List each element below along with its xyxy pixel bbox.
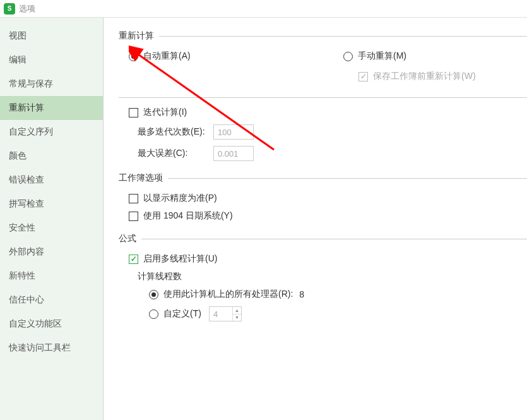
divider: [141, 239, 527, 239]
spinner-up-icon[interactable]: ▲: [232, 307, 241, 315]
sidebar-item-12[interactable]: 自定义功能区: [0, 312, 103, 336]
input-max-iterations[interactable]: [213, 124, 254, 140]
checkbox-icon: [129, 255, 138, 264]
app-logo-icon: S: [4, 3, 15, 15]
sidebar-item-0[interactable]: 视图: [0, 24, 103, 48]
sidebar-item-7[interactable]: 拼写检查: [0, 192, 103, 216]
window-title: 选项: [19, 3, 35, 15]
sidebar-item-1[interactable]: 编辑: [0, 48, 103, 72]
label-max-iterations: 最多迭代次数(E):: [138, 126, 213, 138]
section-formula: 公式 启用多线程计算(U) 计算线程数 使用此计算机上的所有处理器(R): 8 …: [119, 233, 527, 321]
radio-label-all-processors: 使用此计算机上的所有处理器(R):: [163, 289, 293, 300]
checkbox-icon: [358, 72, 368, 81]
checkbox-icon: [129, 108, 138, 117]
checkbox-label-save-before: 保存工作簿前重新计算(W): [373, 71, 476, 82]
section-title-workbook: 工作簿选项: [119, 172, 163, 184]
checkbox-icon: [129, 212, 138, 221]
checkbox-multithread[interactable]: 启用多线程计算(U): [119, 253, 527, 265]
label-max-diff: 最大误差(C):: [138, 148, 213, 159]
checkbox-label-precision: 以显示精度为准(P): [143, 193, 217, 204]
radio-icon: [149, 290, 158, 299]
radio-label-auto: 自动重算(A): [143, 51, 191, 62]
checkbox-label-date1904: 使用 1904 日期系统(Y): [143, 210, 233, 222]
sidebar: 视图编辑常规与保存重新计算自定义序列颜色错误检查拼写检查安全性外部内容新特性信任…: [0, 18, 104, 420]
checkbox-label-multithread: 启用多线程计算(U): [143, 253, 217, 265]
sidebar-item-4[interactable]: 自定义序列: [0, 120, 103, 144]
section-title-recalc: 重新计算: [119, 30, 154, 42]
processor-count: 8: [299, 289, 304, 299]
checkbox-iterative-calc[interactable]: 迭代计算(I): [119, 107, 527, 118]
divider: [168, 178, 527, 179]
section-recalc: 重新计算 自动重算(A) 手动重算(M): [119, 30, 527, 161]
radio-manual-recalc[interactable]: 手动重算(M): [343, 51, 527, 62]
radio-custom-threads[interactable]: 自定义(T) ▲ ▼: [119, 306, 527, 321]
radio-label-manual: 手动重算(M): [358, 51, 406, 62]
sidebar-item-2[interactable]: 常规与保存: [0, 72, 103, 96]
radio-icon: [129, 52, 138, 61]
checkbox-date1904[interactable]: 使用 1904 日期系统(Y): [119, 210, 527, 222]
sidebar-item-13[interactable]: 快速访问工具栏: [0, 336, 103, 360]
sidebar-item-3[interactable]: 重新计算: [0, 96, 103, 120]
sidebar-item-8[interactable]: 安全性: [0, 216, 103, 240]
radio-label-custom: 自定义(T): [163, 308, 201, 320]
sidebar-item-9[interactable]: 外部内容: [0, 240, 103, 264]
spinner-custom-threads[interactable]: ▲ ▼: [209, 306, 242, 321]
input-max-diff[interactable]: [213, 146, 254, 161]
sidebar-item-5[interactable]: 颜色: [0, 144, 103, 168]
sidebar-item-10[interactable]: 新特性: [0, 264, 103, 288]
section-workbook: 工作簿选项 以显示精度为准(P) 使用 1904 日期系统(Y): [119, 172, 527, 222]
titlebar: S 选项: [0, 0, 527, 18]
checkbox-icon: [129, 194, 138, 203]
checkbox-save-before-recalc: 保存工作簿前重新计算(W): [343, 71, 527, 82]
content-panel: 重新计算 自动重算(A) 手动重算(M): [104, 18, 527, 420]
section-title-formula: 公式: [119, 233, 136, 244]
divider: [159, 36, 527, 37]
spinner-down-icon[interactable]: ▼: [232, 315, 241, 321]
radio-icon: [149, 309, 158, 319]
checkbox-label-iterative: 迭代计算(I): [143, 107, 187, 118]
divider: [119, 97, 527, 98]
checkbox-precision[interactable]: 以显示精度为准(P): [119, 193, 527, 204]
label-threads-title: 计算线程数: [138, 271, 182, 282]
sidebar-item-6[interactable]: 错误检查: [0, 168, 103, 192]
radio-auto-recalc[interactable]: 自动重算(A): [129, 51, 343, 62]
radio-all-processors[interactable]: 使用此计算机上的所有处理器(R): 8: [119, 289, 527, 300]
sidebar-item-11[interactable]: 信任中心: [0, 288, 103, 312]
radio-icon: [343, 52, 353, 61]
